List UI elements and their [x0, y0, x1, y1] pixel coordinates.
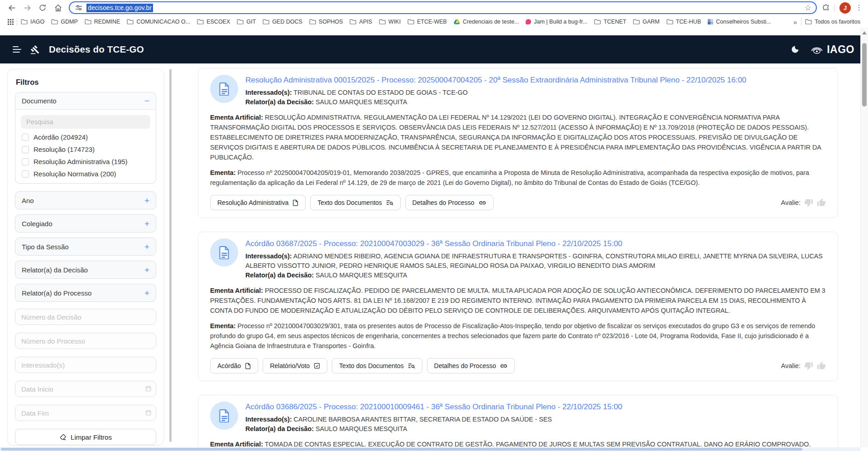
decision-title-link[interactable]: Acórdão 03686/2025 - Processo: 202100010… [245, 403, 622, 412]
checkbox-icon[interactable] [22, 146, 29, 153]
detalhes-processo-button[interactable]: Detalhes do Processo [427, 358, 515, 373]
thumbs-up-icon[interactable] [817, 361, 826, 370]
checkbox-icon[interactable] [22, 158, 29, 165]
browser-menu-icon[interactable]: ⋮ [855, 4, 863, 11]
accordion-relator-decisao[interactable]: Relator(a) da Decisão+ [15, 261, 156, 279]
jam-icon [526, 19, 531, 24]
ementa-artificial: Ementa Artificial: RESOLUÇÃO ADMINISTRAT… [210, 112, 826, 162]
open-document-button[interactable]: Acórdão [210, 358, 258, 373]
calendar-icon[interactable] [145, 385, 152, 392]
relator-value: SAULO MARQUES MESQUITA [316, 98, 407, 106]
dark-mode-moon-icon[interactable] [791, 45, 800, 54]
expand-icon[interactable]: + [144, 242, 149, 251]
accordion-relator-processo[interactable]: Relator(a) do Processo+ [15, 284, 156, 302]
url-text-selected[interactable]: decisoes.tce.go.gov.br [86, 4, 153, 12]
sidebar-scrollbar-thumb[interactable] [169, 69, 172, 442]
extensions-icon[interactable] [821, 4, 830, 12]
bookmark-item[interactable]: COMUNICACAO O... [124, 17, 193, 26]
document-icon [219, 409, 230, 422]
all-bookmarks-button[interactable]: Todos os favoritos [802, 17, 863, 26]
expand-icon[interactable]: + [144, 289, 149, 297]
accordion-ano[interactable]: Ano+ [15, 191, 156, 209]
data-fim-input[interactable] [15, 405, 156, 421]
bookmark-item[interactable]: TCE-HUB [663, 17, 705, 26]
site-favicon [708, 19, 713, 24]
accordion-colegiado[interactable]: Colegiado+ [15, 214, 156, 233]
content-area: Filtros Documento − Acórdão (204924) Res… [0, 63, 868, 451]
reload-button[interactable] [35, 1, 50, 15]
bookmark-item[interactable]: REDMINE [82, 17, 124, 26]
bookmark-item[interactable]: GDMP [48, 17, 81, 26]
page-vertical-scrollbar[interactable] [860, 28, 868, 447]
browser-window: decisoes.tce.go.gov.br ☆ J ⋮ IAGO GDMP R… [0, 0, 868, 451]
decision-title-link[interactable]: Resolução Administrativa 00015/2025 - Pr… [245, 76, 746, 85]
bookmark-item[interactable]: ETCE-WEB [404, 17, 450, 26]
home-button[interactable] [51, 1, 65, 15]
clear-filters-button[interactable]: Limpar Filtros [15, 429, 156, 445]
bookmark-item[interactable]: Jam | Build a bug-fr... [523, 17, 590, 26]
address-bar[interactable]: decisoes.tce.go.gov.br ☆ [69, 1, 817, 14]
expand-icon[interactable]: + [144, 219, 149, 228]
filters-sidebar: Filtros Documento − Acórdão (204924) Res… [7, 69, 164, 446]
bookmark-item[interactable]: GIT [234, 17, 259, 26]
thumbs-down-icon[interactable] [804, 361, 813, 370]
texto-documentos-button[interactable]: Texto dos Documentos [310, 195, 400, 210]
bookmarks-overflow-chevron[interactable]: » [790, 18, 801, 26]
apps-grid-icon[interactable] [5, 15, 16, 29]
bookmark-star-icon[interactable]: ☆ [805, 3, 811, 13]
bookmark-item[interactable]: ESCOEX [194, 17, 233, 26]
sidebar-scrollbar[interactable] [169, 69, 172, 444]
scroll-up-arrow-icon[interactable] [862, 31, 867, 34]
sidebar-toggle-menu-icon[interactable] [13, 46, 21, 53]
expand-icon[interactable]: + [144, 266, 149, 274]
bookmark-item[interactable]: APIS [346, 17, 375, 26]
documento-search-input[interactable] [21, 115, 150, 129]
drive-icon [454, 19, 460, 24]
iago-logo: IAGO [810, 44, 854, 56]
numero-processo-input[interactable] [15, 333, 156, 349]
rate-label: Avalie: [781, 362, 801, 369]
detalhes-processo-button[interactable]: Detalhes do Processo [405, 195, 494, 210]
thumbs-up-icon[interactable] [817, 198, 826, 207]
vertical-scrollbar-thumb[interactable] [862, 43, 867, 107]
open-document-button[interactable]: Resolução Administrativa [210, 195, 306, 210]
interessados-value: ADRIANO MENDES RIBEIRO, AGENCIA GOIANA D… [245, 252, 823, 269]
thumbs-down-icon[interactable] [804, 198, 813, 207]
back-button[interactable] [5, 1, 19, 15]
accordion-tipo-da-sessao[interactable]: Tipo da Sessão+ [15, 238, 156, 256]
bookmark-item[interactable]: Conselheiros Substi... [705, 17, 774, 26]
documento-option[interactable]: Acórdão (204924) [21, 133, 150, 141]
bookmark-item[interactable]: WIKI [376, 17, 404, 26]
page-horizontal-scrollbar[interactable] [0, 447, 860, 451]
checkbox-icon[interactable] [22, 134, 29, 141]
home-icon [54, 4, 62, 12]
interessados-input[interactable] [15, 357, 156, 373]
texto-documentos-button[interactable]: Texto dos Documentos [332, 358, 422, 373]
document-icon [219, 82, 230, 96]
accordion-documento: Documento − Acórdão (204924) Resolução (… [15, 92, 156, 184]
data-inicio-input[interactable] [15, 381, 156, 397]
documento-option[interactable]: Resolução Administrativa (195) [21, 158, 150, 165]
documento-option[interactable]: Resolução (174723) [21, 145, 150, 153]
profile-avatar[interactable]: J [839, 2, 851, 14]
bookmark-item[interactable]: GED DOCS [259, 17, 306, 26]
bookmark-item[interactable]: GARM [630, 17, 663, 26]
collapse-icon[interactable]: − [144, 97, 149, 105]
bookmark-item[interactable]: Credenciais de teste... [451, 17, 522, 26]
relatorio-voto-button[interactable]: Relatório/Voto [263, 358, 327, 373]
folder-icon [237, 19, 244, 24]
ementa: Ementa: Processo nº 202500047004205/019-… [210, 168, 826, 188]
checkbox-icon[interactable] [22, 170, 29, 178]
bookmark-item[interactable]: SOPHOS [306, 17, 346, 26]
documento-option[interactable]: Resolução Normativa (200) [21, 170, 150, 178]
calendar-icon[interactable] [145, 409, 152, 416]
bookmark-item[interactable]: IAGO [18, 17, 48, 26]
accordion-documento-header[interactable]: Documento − [15, 92, 156, 110]
horizontal-scrollbar-thumb[interactable] [1, 448, 802, 451]
expand-icon[interactable]: + [144, 196, 149, 205]
numero-decisao-input[interactable] [15, 309, 156, 325]
folder-icon [197, 19, 204, 24]
decision-title-link[interactable]: Acórdão 03687/2025 - Processo: 202100047… [245, 239, 826, 248]
forward-button[interactable] [20, 1, 34, 15]
bookmark-item[interactable]: TCENET [591, 17, 629, 26]
